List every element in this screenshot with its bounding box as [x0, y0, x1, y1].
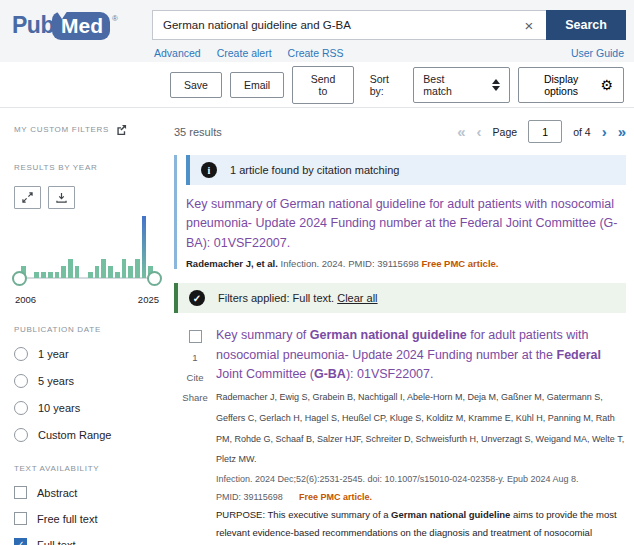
clear-all-link[interactable]: Clear all: [337, 292, 377, 304]
registered-mark: ®: [112, 14, 118, 23]
advanced-link[interactable]: Advanced: [154, 47, 201, 59]
display-options-button[interactable]: Display options ⚙: [518, 67, 624, 103]
page-number-input[interactable]: [528, 120, 562, 143]
checkbox-abstract[interactable]: [14, 486, 27, 499]
radio-option-custom-range[interactable]: Custom Range: [14, 428, 160, 442]
filters-applied-text: Filters applied: Full text. Clear all: [218, 292, 378, 304]
share-link[interactable]: Share: [182, 392, 207, 403]
search-area: × Search Advanced Create alert Create RS…: [152, 0, 626, 62]
download-icon: [56, 192, 67, 203]
year-bar-2023[interactable]: [135, 259, 140, 278]
first-page-icon[interactable]: «: [457, 124, 465, 139]
user-guide-link[interactable]: User Guide: [571, 47, 624, 59]
checkbox-option-abstract[interactable]: Abstract: [14, 486, 160, 499]
page-label: Page: [493, 126, 518, 138]
year-bar-2012[interactable]: [61, 266, 66, 278]
email-button[interactable]: Email: [230, 72, 284, 98]
cite-link[interactable]: Cite: [187, 372, 204, 383]
text-availability-heading: TEXT AVAILABILITY: [14, 464, 160, 473]
header: PubMed ® × Search Advanced Create alert …: [0, 0, 634, 62]
check-icon: ✓: [189, 290, 205, 306]
clear-search-icon[interactable]: ×: [512, 11, 546, 39]
text-availability-options: AbstractFree full text✓Full text: [14, 486, 160, 545]
article-title[interactable]: Key summary of German national guideline…: [216, 326, 626, 384]
create-rss-link[interactable]: Create RSS: [288, 47, 344, 59]
pubmed-search-results-page: PubMed ® × Search Advanced Create alert …: [0, 0, 634, 545]
citation-match-cite-line: Rademacher J, et al. Infection. 2024. PM…: [186, 258, 626, 269]
my-custom-filters-label: MY CUSTOM FILTERS: [14, 125, 109, 134]
citation-authors-short: Rademacher J, et al.: [186, 258, 278, 269]
sort-select[interactable]: Best match: [413, 67, 510, 103]
search-button[interactable]: Search: [546, 10, 626, 40]
year-bar-2019[interactable]: [108, 266, 113, 278]
filters-sidebar: MY CUSTOM FILTERS RESULTS BY YEAR: [0, 108, 168, 545]
year-bar-2011[interactable]: [55, 272, 60, 278]
pubmed-logo[interactable]: PubMed ®: [12, 0, 152, 62]
free-pmc-label[interactable]: Free PMC article.: [299, 488, 372, 506]
info-icon: i: [201, 162, 217, 178]
my-custom-filters-link[interactable]: MY CUSTOM FILTERS: [14, 124, 160, 135]
citation-match-article-title[interactable]: Key summary of German national guideline…: [186, 195, 626, 253]
article-abstract: PURPOSE: This executive summary of a Ger…: [216, 506, 626, 545]
year-bar-2009[interactable]: [41, 272, 46, 278]
publication-date-options: 1 year5 years10 yearsCustom Range: [14, 347, 160, 442]
year-bar-2010[interactable]: [48, 272, 53, 278]
result-gutter: 1 Cite Share: [174, 326, 216, 545]
radio-label-custom-range: Custom Range: [38, 429, 111, 441]
gear-icon: ⚙: [600, 78, 613, 92]
radio-option-10-years[interactable]: 10 years: [14, 401, 160, 415]
expand-icon: [22, 192, 33, 203]
save-button[interactable]: Save: [170, 72, 222, 98]
free-pmc-label[interactable]: Free PMC article.: [421, 258, 498, 269]
download-chart-button[interactable]: [48, 186, 75, 209]
year-bars: [21, 216, 153, 278]
next-page-icon[interactable]: ›: [602, 124, 607, 139]
radio-option-5-years[interactable]: 5 years: [14, 374, 160, 388]
year-bar-2018[interactable]: [101, 259, 106, 278]
last-page-icon[interactable]: »: [618, 124, 626, 139]
search-input[interactable]: [153, 19, 512, 31]
year-bar-2021[interactable]: [122, 259, 127, 278]
checkbox-option-free-full-text[interactable]: Free full text: [14, 512, 160, 525]
radio-option-1-year[interactable]: 1 year: [14, 347, 160, 361]
year-bar-2017[interactable]: [95, 266, 100, 278]
publication-date-heading: PUBLICATION DATE: [14, 325, 160, 334]
search-box: ×: [152, 10, 546, 40]
sort-by-label: Sort by:: [370, 73, 404, 97]
year-bar-2014[interactable]: [75, 266, 80, 278]
page-of-label: of 4: [573, 126, 591, 138]
checkbox-label-abstract: Abstract: [37, 487, 77, 499]
radio-label-1-year: 1 year: [38, 348, 69, 360]
article-pmid-line: PMID: 39115698 Free PMC article.: [216, 488, 626, 506]
citation-match-banner: i 1 article found by citation matching: [186, 155, 626, 185]
year-bar-2020[interactable]: [115, 272, 120, 278]
logo-pub-text: Pub: [12, 12, 54, 39]
checkbox-option-full-text[interactable]: ✓Full text: [14, 538, 160, 545]
year-bar-2013[interactable]: [68, 259, 73, 278]
radio-10-years[interactable]: [14, 401, 28, 415]
create-alert-link[interactable]: Create alert: [217, 47, 272, 59]
send-to-button[interactable]: Send to: [292, 66, 354, 104]
pagination: « ‹ Page of 4 › »: [457, 120, 626, 143]
year-slider-handle-start[interactable]: [12, 271, 27, 286]
year-slider-handle-end[interactable]: [147, 271, 162, 286]
checkbox-free-full-text[interactable]: [14, 512, 27, 525]
prev-page-icon[interactable]: ‹: [477, 124, 482, 139]
year-bar-2016[interactable]: [88, 272, 93, 278]
select-article-checkbox[interactable]: [189, 330, 202, 343]
year-bar-2022[interactable]: [128, 266, 133, 278]
citation-match-section: i 1 article found by citation matching K…: [174, 155, 626, 269]
expand-chart-button[interactable]: [14, 186, 41, 209]
radio-custom-range[interactable]: [14, 428, 28, 442]
checkbox-full-text[interactable]: ✓: [14, 538, 27, 545]
radio-label-10-years: 10 years: [38, 402, 80, 414]
citation-match-text: 1 article found by citation matching: [230, 164, 399, 176]
year-bar-2024[interactable]: [142, 216, 147, 278]
year-bar-2008[interactable]: [34, 272, 39, 278]
radio-1-year[interactable]: [14, 347, 28, 361]
chart-start-year: 2006: [15, 294, 36, 305]
article-journal-line: Infection. 2024 Dec;52(6):2531-2545. doi…: [216, 470, 626, 488]
radio-5-years[interactable]: [14, 374, 28, 388]
sort-selected-value: Best match: [423, 73, 470, 97]
external-link-icon: [116, 124, 127, 135]
